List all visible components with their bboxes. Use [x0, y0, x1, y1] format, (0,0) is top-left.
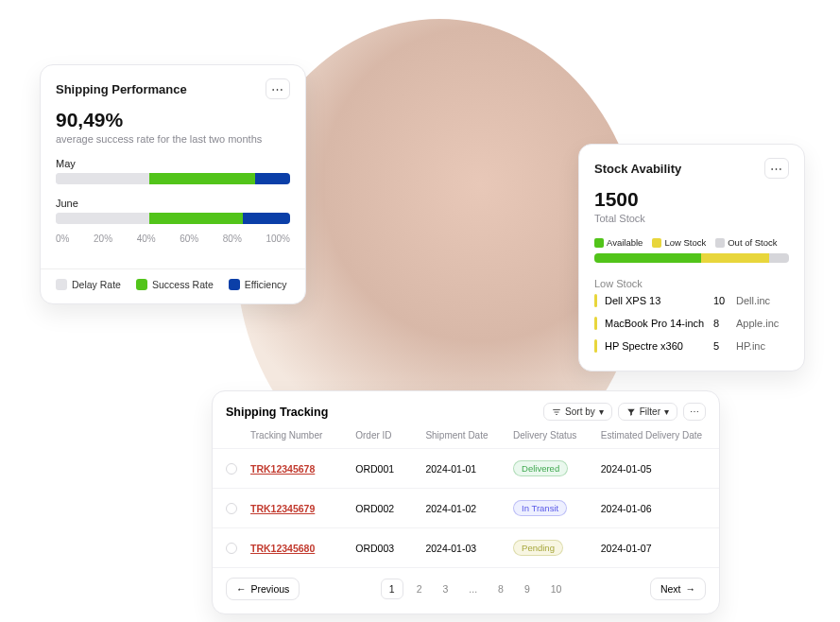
table-header: Tracking Number Order ID Shipment Date D… [213, 430, 719, 448]
legend-label: Out of Stock [728, 237, 777, 248]
total-stock-subtitle: Total Stock [594, 213, 789, 224]
product-vendor: Apple.inc [736, 318, 789, 329]
product-qty: 10 [713, 295, 736, 306]
row-select-radio[interactable] [226, 463, 237, 475]
low-stock-row: MacBook Pro 14-inch8Apple.inc [594, 312, 789, 335]
shipping-tracking-card: Shipping Tracking Sort by ▾ Filter ▾ ⋯ T… [212, 390, 720, 614]
tracking-number-link[interactable]: TRK12345680 [250, 543, 315, 554]
month-label: June [56, 198, 290, 209]
next-button[interactable]: Next → [650, 578, 706, 600]
eta-date: 2024-01-07 [601, 543, 706, 554]
legend-swatch [715, 238, 725, 248]
legend: AvailableLow StockOut of Stock [594, 237, 789, 248]
order-id: ORD002 [355, 503, 425, 514]
bar-segment-efficiency [243, 213, 290, 224]
page-number[interactable]: 2 [409, 579, 430, 598]
shipment-date: 2024-01-03 [425, 543, 513, 554]
shipping-performance-card: Shipping Performance ⋯ 90,49% average su… [40, 64, 306, 304]
product-name: HP Spectre x360 [605, 340, 713, 352]
more-button[interactable]: ⋯ [764, 158, 789, 179]
month-label: May [56, 158, 290, 169]
legend-swatch [594, 238, 604, 248]
status-badge: In Transit [513, 500, 567, 516]
chevron-down-icon: ▾ [664, 406, 669, 417]
legend-label: Available [607, 237, 643, 248]
legend-label: Efficiency [245, 279, 287, 290]
legend-item: Delay Rate [56, 279, 121, 290]
tick: 40% [137, 233, 156, 244]
pagination: 123...8910 [381, 579, 570, 599]
row-select-radio[interactable] [226, 543, 237, 554]
row-select-radio[interactable] [226, 503, 237, 514]
month-bar: May [56, 158, 290, 184]
legend-item: Efficiency [229, 279, 287, 290]
bar-segment-delay [56, 173, 149, 184]
low-stock-indicator [594, 294, 597, 307]
product-qty: 5 [713, 340, 736, 352]
card-title: Shipping Performance [56, 82, 187, 96]
filter-button[interactable]: Filter ▾ [618, 403, 677, 421]
status-badge: Pending [513, 540, 563, 556]
product-name: MacBook Pro 14-inch [605, 318, 713, 329]
legend-item: Available [594, 237, 643, 248]
page-number[interactable]: 8 [490, 579, 511, 598]
tick: 100% [266, 233, 290, 244]
table-row: TRK12345679ORD0022024-01-02In Transit202… [213, 488, 719, 527]
page-number[interactable]: 1 [381, 579, 403, 599]
order-id: ORD003 [355, 543, 425, 554]
col-eta: Estimated Delivery Date [601, 430, 706, 441]
tracking-number-link[interactable]: TRK12345679 [250, 503, 315, 514]
arrow-left-icon: ← [236, 583, 247, 595]
filter-icon [626, 407, 636, 417]
tick: 0% [56, 233, 69, 244]
legend-swatch [652, 238, 661, 248]
legend: Delay RateSuccess RateEfficiency [41, 268, 305, 303]
more-button[interactable]: ⋯ [266, 78, 290, 99]
table-row: TRK12345678ORD0012024-01-01Delivered2024… [213, 448, 719, 488]
legend-swatch [56, 279, 67, 290]
page-number[interactable]: 3 [435, 579, 455, 598]
legend-item: Success Rate [136, 279, 214, 290]
previous-button[interactable]: ← Previous [226, 578, 300, 600]
bar-segment-efficiency [255, 173, 290, 184]
legend-item: Out of Stock [715, 237, 777, 248]
product-name: Dell XPS 13 [605, 295, 713, 306]
legend-swatch [136, 279, 147, 290]
low-stock-row: Dell XPS 1310Dell.inc [594, 289, 789, 312]
sort-label: Sort by [565, 406, 595, 417]
stock-segment [594, 253, 701, 263]
stock-segment [701, 253, 769, 263]
product-vendor: HP.inc [736, 340, 789, 352]
col-tracking: Tracking Number [250, 430, 355, 441]
product-vendor: Dell.inc [736, 295, 789, 306]
tick: 60% [180, 233, 198, 244]
more-button[interactable]: ⋯ [683, 403, 706, 421]
legend-label: Success Rate [152, 279, 214, 290]
card-title: Shipping Tracking [226, 406, 328, 419]
stock-availability-card: Stock Avability ⋯ 1500 Total Stock Avail… [578, 144, 805, 371]
legend-swatch [229, 279, 240, 290]
chevron-down-icon: ▾ [599, 406, 604, 417]
low-stock-indicator [594, 339, 597, 353]
page-number[interactable]: 9 [517, 579, 538, 598]
page-number[interactable]: 10 [543, 579, 570, 598]
sort-by-button[interactable]: Sort by ▾ [543, 403, 612, 421]
col-order: Order ID [355, 430, 425, 441]
eta-date: 2024-01-05 [601, 463, 706, 475]
legend-item: Low Stock [652, 237, 706, 248]
low-stock-row: HP Spectre x3605HP.inc [594, 335, 789, 357]
legend-label: Low Stock [664, 237, 706, 248]
stacked-bar [56, 213, 290, 224]
card-title: Stock Avability [594, 162, 681, 176]
tick: 80% [223, 233, 242, 244]
tick: 20% [94, 233, 112, 244]
product-qty: 8 [713, 318, 736, 329]
legend-label: Delay Rate [72, 279, 121, 290]
order-id: ORD001 [355, 463, 425, 475]
tracking-number-link[interactable]: TRK12345678 [250, 463, 315, 475]
sort-icon [552, 407, 561, 417]
success-rate-value: 90,49% [56, 109, 290, 131]
low-stock-heading: Low Stock [594, 278, 789, 289]
next-label: Next [660, 583, 681, 595]
arrow-right-icon: → [686, 583, 696, 595]
